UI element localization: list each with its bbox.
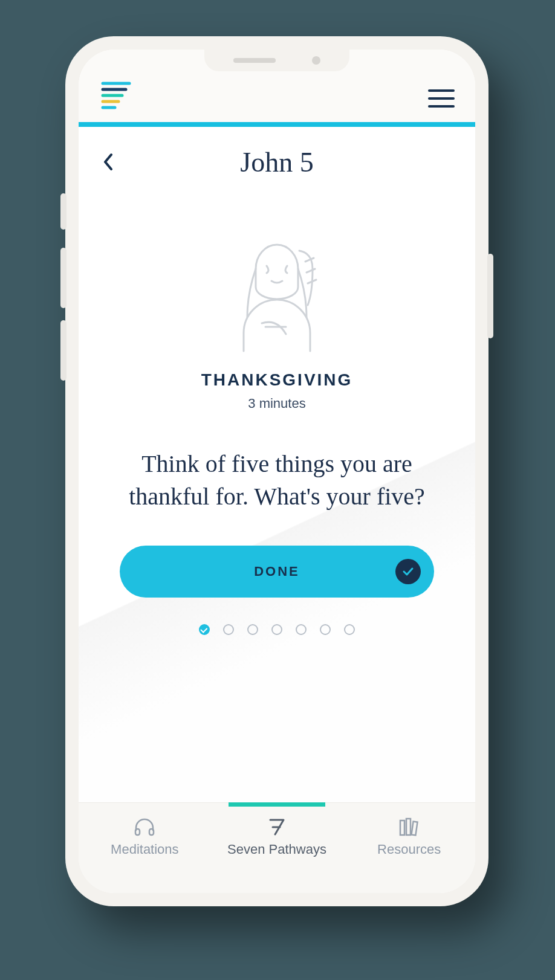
progress-dot[interactable] [344, 624, 355, 635]
content-area: THANKSGIVING 3 minutes Think of five thi… [79, 184, 475, 802]
phone-side-button [60, 248, 67, 308]
phone-side-button [487, 254, 493, 338]
check-circle-icon [395, 559, 421, 584]
section-kicker: THANKSGIVING [201, 370, 353, 390]
app-screen: John 5 [79, 50, 475, 893]
prompt-text: Think of five things you are thankful fo… [126, 448, 428, 513]
svg-rect-10 [411, 822, 417, 836]
svg-rect-9 [406, 819, 411, 835]
progress-dot[interactable] [199, 624, 210, 635]
tab-label: Resources [377, 842, 441, 857]
phone-notch [204, 50, 349, 71]
progress-dot[interactable] [247, 624, 258, 635]
tab-resources[interactable]: Resources [343, 803, 475, 857]
headphones-icon [134, 816, 155, 837]
svg-rect-8 [400, 820, 404, 835]
progress-dot[interactable] [223, 624, 234, 635]
done-button-label: DONE [254, 564, 300, 579]
tab-seven-pathways[interactable]: Seven Pathways [211, 803, 343, 857]
progress-dot[interactable] [271, 624, 282, 635]
phone-frame: John 5 [65, 36, 488, 906]
menu-button[interactable] [428, 86, 455, 111]
thanksgiving-illustration-icon [219, 233, 334, 353]
svg-rect-6 [149, 829, 154, 835]
svg-rect-5 [135, 829, 140, 835]
back-button[interactable] [102, 152, 115, 172]
bottom-tabbar: Meditations Seven Pathways [79, 802, 475, 893]
progress-dots [199, 624, 355, 635]
page-title: John 5 [240, 146, 313, 178]
app-logo-icon [99, 80, 133, 111]
duration-label: 3 minutes [248, 396, 305, 411]
page-header: John 5 [79, 127, 475, 184]
done-button[interactable]: DONE [120, 546, 434, 598]
phone-side-button [60, 193, 67, 230]
books-icon [398, 816, 421, 837]
tab-label: Seven Pathways [227, 842, 326, 857]
tab-meditations[interactable]: Meditations [79, 803, 211, 857]
tab-label: Meditations [111, 842, 179, 857]
progress-dot[interactable] [320, 624, 331, 635]
accent-divider [79, 122, 475, 127]
phone-side-button [60, 320, 67, 381]
seven-icon [268, 816, 286, 837]
progress-dot[interactable] [296, 624, 307, 635]
